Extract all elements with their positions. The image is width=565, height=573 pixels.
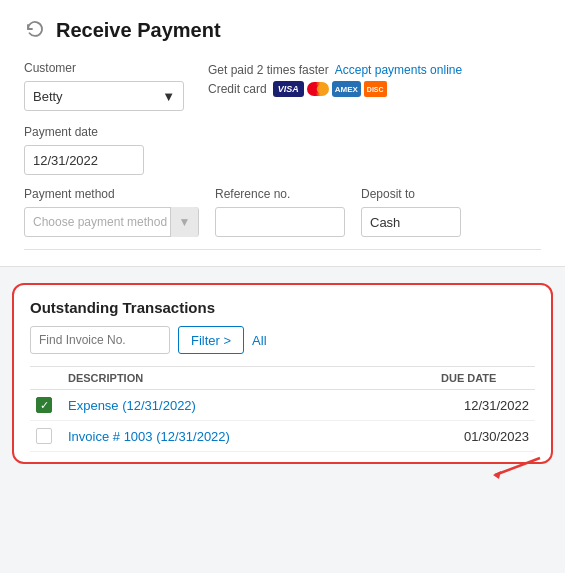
page-title: Receive Payment <box>56 19 221 42</box>
payment-date-input[interactable] <box>24 145 144 175</box>
refresh-icon <box>24 18 46 43</box>
payment-method-select[interactable]: Choose payment method ▼ <box>24 207 199 237</box>
payment-method-placeholder: Choose payment method <box>33 215 167 229</box>
filter-label: Filter > <box>191 333 231 348</box>
paid-faster-text: Get paid 2 times faster <box>208 63 329 77</box>
transaction-description-link[interactable]: Expense (12/31/2022) <box>68 398 196 413</box>
discover-badge: DISC <box>364 81 387 97</box>
paid-faster-section: Get paid 2 times faster Accept payments … <box>208 61 462 97</box>
table-row: Invoice # 1003 (12/31/2022)01/30/2023 <box>30 421 535 452</box>
checkbox-unchecked[interactable] <box>36 428 52 444</box>
transaction-description-link[interactable]: Invoice # 1003 (12/31/2022) <box>68 429 230 444</box>
credit-card-text: Credit card <box>208 82 267 96</box>
header-section: Receive Payment Customer Betty ▼ Get pai… <box>0 0 565 267</box>
svg-marker-3 <box>493 471 501 479</box>
reference-no-label: Reference no. <box>215 187 345 201</box>
amex-badge: AMEX <box>332 81 361 97</box>
paid-faster-row: Get paid 2 times faster Accept payments … <box>208 63 462 77</box>
svg-point-1 <box>316 85 324 93</box>
payment-method-group: Payment method Choose payment method ▼ <box>24 187 199 237</box>
customer-label: Customer <box>24 61 184 75</box>
outstanding-section: Outstanding Transactions Filter > All DE… <box>12 283 553 464</box>
deposit-to-group: Deposit to <box>361 187 461 237</box>
deposit-to-input[interactable] <box>361 207 461 237</box>
payment-method-label: Payment method <box>24 187 199 201</box>
payment-date-group: Payment date <box>24 125 541 175</box>
transaction-due-date: 01/30/2023 <box>435 421 535 452</box>
section-divider <box>24 249 541 250</box>
transactions-table: DESCRIPTION DUE DATE ✓Expense (12/31/202… <box>30 366 535 452</box>
th-due-date: DUE DATE <box>435 367 535 390</box>
customer-field-group: Customer Betty ▼ <box>24 61 184 111</box>
find-invoice-input[interactable] <box>30 326 170 354</box>
customer-value: Betty <box>33 89 63 104</box>
table-header-row: DESCRIPTION DUE DATE <box>30 367 535 390</box>
customer-form-row: Customer Betty ▼ Get paid 2 times faster… <box>24 61 541 111</box>
th-checkbox <box>30 367 62 390</box>
checkbox-checked[interactable]: ✓ <box>36 397 52 413</box>
visa-badge: VISA <box>273 81 304 97</box>
outstanding-wrapper: Outstanding Transactions Filter > All DE… <box>0 283 565 480</box>
deposit-to-label: Deposit to <box>361 187 461 201</box>
checkmark-icon: ✓ <box>40 400 49 411</box>
payment-date-label: Payment date <box>24 125 541 139</box>
all-link[interactable]: All <box>252 333 266 348</box>
card-badges: VISA AMEX DISC <box>273 81 387 97</box>
credit-card-row: Credit card VISA AMEX DISC <box>208 81 462 97</box>
chevron-down-icon: ▼ <box>162 89 175 104</box>
reference-no-group: Reference no. <box>215 187 345 237</box>
page-container: Receive Payment Customer Betty ▼ Get pai… <box>0 0 565 480</box>
filter-button[interactable]: Filter > <box>178 326 244 354</box>
reference-no-input[interactable] <box>215 207 345 237</box>
accept-payments-link[interactable]: Accept payments online <box>335 63 462 77</box>
method-row: Payment method Choose payment method ▼ R… <box>24 187 541 237</box>
filter-row: Filter > All <box>30 326 535 354</box>
transaction-due-date: 12/31/2022 <box>435 390 535 421</box>
page-title-row: Receive Payment <box>24 18 541 43</box>
mastercard-badge <box>307 82 329 96</box>
table-row: ✓Expense (12/31/2022)12/31/2022 <box>30 390 535 421</box>
method-dropdown-btn[interactable]: ▼ <box>170 207 198 237</box>
customer-select[interactable]: Betty ▼ <box>24 81 184 111</box>
th-description: DESCRIPTION <box>62 367 435 390</box>
dropdown-chevron-icon: ▼ <box>179 215 191 229</box>
outstanding-title: Outstanding Transactions <box>30 299 535 316</box>
